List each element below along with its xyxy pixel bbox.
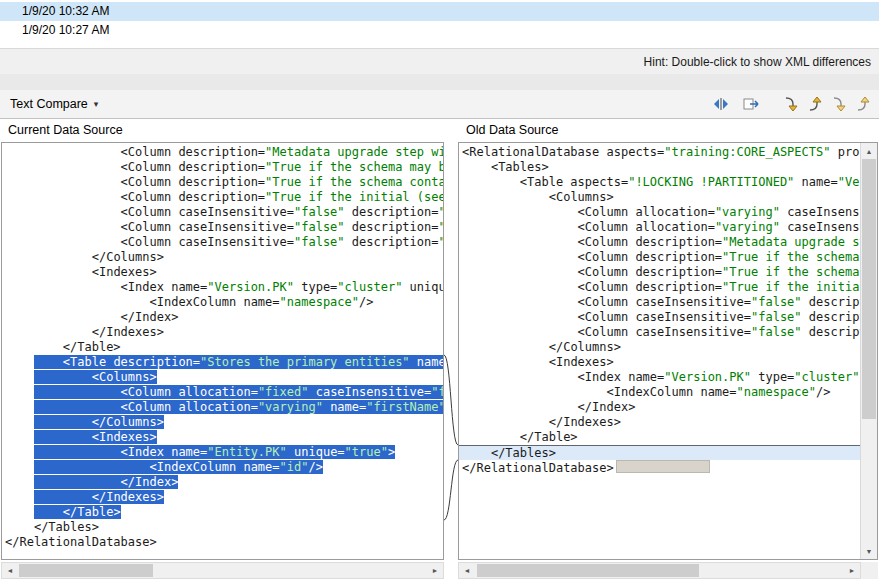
chevron-down-icon: ▾ <box>94 99 99 109</box>
code-line[interactable]: </Indexes> <box>5 490 443 505</box>
code-line[interactable]: <Column description="True if the schema … <box>462 265 860 280</box>
code-line[interactable]: </Tables> <box>5 520 443 535</box>
code-line[interactable]: </Table> <box>462 430 860 445</box>
select-previous-change-icon[interactable] <box>851 94 875 114</box>
code-line[interactable]: <Index name="Version.PK" type="cluster" … <box>5 280 443 295</box>
code-line[interactable]: <Table aspects="!LOCKING !PARTITIONED" n… <box>462 175 860 190</box>
code-line[interactable]: </Index> <box>462 400 860 415</box>
code-line[interactable]: </Indexes> <box>5 325 443 340</box>
code-line[interactable]: </Table> <box>5 340 443 355</box>
code-line[interactable]: </Index> <box>5 310 443 325</box>
code-line[interactable]: </Columns> <box>5 250 443 265</box>
compare-toolbar: Text Compare ▾ <box>0 90 879 119</box>
arrow-up-icon: ▲ <box>866 148 873 155</box>
diff-connector-area <box>444 142 458 560</box>
compare-mode-dropdown[interactable]: Text Compare ▾ <box>10 97 98 111</box>
code-line[interactable]: <Columns> <box>462 190 860 205</box>
code-line[interactable]: <Column caseInsensitive="false" descript… <box>462 325 860 340</box>
code-line[interactable]: </Columns> <box>5 415 443 430</box>
code-line[interactable]: <Column description="True if the schema … <box>5 175 443 190</box>
code-line[interactable]: <Indexes> <box>5 265 443 280</box>
code-line[interactable]: <RelationalDatabase aspects="training:CO… <box>462 145 860 160</box>
code-line[interactable]: <Column allocation="varying" name="first… <box>5 400 443 415</box>
hint-bar: Hint: Double-click to show XML differenc… <box>0 48 879 74</box>
select-next-change-icon[interactable] <box>827 94 851 114</box>
compare-mode-label: Text Compare <box>10 97 88 111</box>
compare-editor-screen: 1/9/20 10:32 AM1/9/20 10:27 AM Hint: Dou… <box>0 0 879 584</box>
scroll-right-button[interactable]: ► <box>844 563 860 578</box>
select-next-difference-icon[interactable] <box>779 94 803 114</box>
code-line[interactable]: <Column description="Metadata upgrade st… <box>462 235 860 250</box>
code-line[interactable]: <Column caseInsensitive="false" descript… <box>5 205 443 220</box>
right-horizontal-scrollbar[interactable]: ◄ ► <box>458 562 861 579</box>
code-line[interactable]: </Table> <box>5 505 443 520</box>
code-line[interactable]: </RelationalDatabase> <box>462 460 860 475</box>
code-line[interactable]: <IndexColumn name="namespace"/> <box>5 295 443 310</box>
history-row[interactable]: 1/9/20 10:27 AM <box>0 21 879 40</box>
left-pane-title: Current Data Source <box>8 120 123 140</box>
splitter-sash[interactable] <box>0 74 879 91</box>
code-line[interactable]: </RelationalDatabase> <box>5 535 443 550</box>
code-line[interactable]: </Indexes> <box>462 415 860 430</box>
code-line[interactable]: <Tables> <box>462 160 860 175</box>
code-line[interactable]: <Indexes> <box>5 430 443 445</box>
right-pane: <RelationalDatabase aspects="training:CO… <box>458 142 878 560</box>
diff-insertion-marker <box>616 460 710 473</box>
arrow-down-icon: ▼ <box>866 548 873 555</box>
code-line[interactable]: <Column description="True if the schema … <box>462 250 860 265</box>
code-line[interactable]: <Column description="Metadata upgrade st… <box>5 145 443 160</box>
code-line[interactable]: <Table description="Stores the primary e… <box>5 355 443 370</box>
arrow-right-icon: ► <box>849 567 856 574</box>
code-line[interactable]: <Column caseInsensitive="false" descript… <box>462 310 860 325</box>
code-right[interactable]: <RelationalDatabase aspects="training:CO… <box>459 143 860 559</box>
history-row[interactable]: 1/9/20 10:32 AM <box>0 2 879 21</box>
code-line[interactable]: <Column caseInsensitive="false" descript… <box>5 220 443 235</box>
scrollbar-corner <box>861 562 878 579</box>
arrow-left-icon: ◄ <box>7 567 14 574</box>
code-line[interactable]: <IndexColumn name="namespace"/> <box>462 385 860 400</box>
right-pane-title: Old Data Source <box>466 120 558 140</box>
toolbar-icons <box>709 94 875 114</box>
left-horizontal-scrollbar[interactable]: ◄ ► <box>1 562 444 579</box>
code-line[interactable]: <Index name="Entity.PK" unique="true"> <box>5 445 443 460</box>
left-pane: <Column description="Metadata upgrade st… <box>1 142 444 560</box>
scroll-up-button[interactable]: ▲ <box>861 143 877 159</box>
code-line[interactable]: <Column allocation="varying" caseInsensi… <box>462 220 860 235</box>
scroll-right-button[interactable]: ► <box>427 563 443 578</box>
code-line[interactable]: <IndexColumn name="id"/> <box>5 460 443 475</box>
code-line[interactable]: </Index> <box>5 475 443 490</box>
code-line[interactable]: </Tables> <box>459 445 860 460</box>
code-line[interactable]: <Column description="True if the schema … <box>5 160 443 175</box>
copy-current-change-icon[interactable] <box>739 94 763 114</box>
scroll-left-button[interactable]: ◄ <box>2 563 18 578</box>
arrow-right-icon: ► <box>432 567 439 574</box>
code-line[interactable]: <Columns> <box>5 370 443 385</box>
code-line[interactable]: <Column description="True if the initial… <box>462 280 860 295</box>
vertical-scrollbar[interactable]: ▲ ▼ <box>860 143 877 559</box>
history-list: 1/9/20 10:32 AM1/9/20 10:27 AM <box>0 2 879 40</box>
code-line[interactable]: <Column caseInsensitive="false" descript… <box>5 235 443 250</box>
code-line[interactable]: </Columns> <box>462 340 860 355</box>
code-line[interactable]: <Column description="True if the initial… <box>5 190 443 205</box>
code-left[interactable]: <Column description="Metadata upgrade st… <box>2 143 443 559</box>
scroll-left-button[interactable]: ◄ <box>459 563 475 578</box>
hint-text: Hint: Double-click to show XML differenc… <box>644 55 871 69</box>
code-line[interactable]: <Column allocation="fixed" caseInsensiti… <box>5 385 443 400</box>
horizontal-scrollbar-thumb[interactable] <box>477 564 699 577</box>
code-line[interactable]: <Indexes> <box>462 355 860 370</box>
arrow-left-icon: ◄ <box>464 567 471 574</box>
select-previous-difference-icon[interactable] <box>803 94 827 114</box>
code-line[interactable]: <Column allocation="varying" caseInsensi… <box>462 205 860 220</box>
code-line[interactable]: <Index name="Version.PK" type="cluster" … <box>462 370 860 385</box>
vertical-scrollbar-thumb[interactable] <box>862 159 876 419</box>
diff-connector-lines <box>444 142 458 560</box>
code-line[interactable]: <Column caseInsensitive="false" descript… <box>462 295 860 310</box>
swap-left-right-icon[interactable] <box>709 94 733 114</box>
scroll-down-button[interactable]: ▼ <box>861 543 877 559</box>
horizontal-scrollbar-thumb[interactable] <box>19 564 153 577</box>
